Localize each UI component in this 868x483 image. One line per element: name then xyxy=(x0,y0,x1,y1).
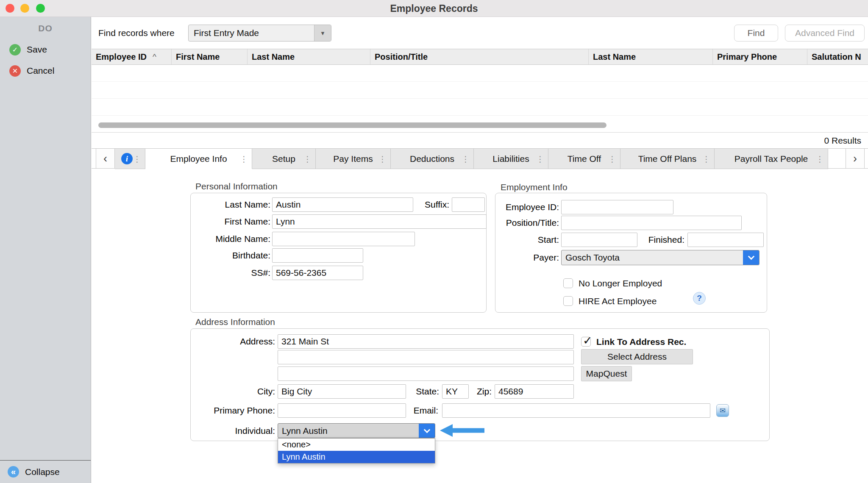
last-name-field[interactable]: Austin xyxy=(272,197,413,212)
ssn-field[interactable]: 569-56-2365 xyxy=(272,266,363,280)
email-label: Email: xyxy=(403,403,438,418)
tab-scroll-right-button[interactable]: › xyxy=(846,149,865,169)
advanced-find-button[interactable]: Advanced Find xyxy=(785,25,865,42)
tab-label: Time Off Plans xyxy=(638,154,697,164)
no-longer-employed-checkbox[interactable] xyxy=(563,278,573,288)
dropdown-option-lynn-austin[interactable]: Lynn Austin xyxy=(278,451,435,463)
tab-bar: ‹ i ⋮ Employee Info ⋮ Setup ⋮ Pay Items … xyxy=(92,148,868,169)
tab-menu-icon[interactable]: ⋮ xyxy=(240,154,248,164)
chevron-down-icon: ▼ xyxy=(320,30,326,36)
mapquest-button[interactable]: MapQuest xyxy=(581,366,632,381)
employee-info-panel: Personal Information Last Name: Austin S… xyxy=(92,169,868,483)
email-field[interactable] xyxy=(442,403,710,418)
find-criteria-dropdown[interactable]: First Entry Made ▼ xyxy=(188,25,331,42)
last-name-label: Last Name: xyxy=(191,197,270,212)
dropdown-option-none[interactable]: <none> xyxy=(278,439,435,451)
tab-menu-icon[interactable]: ⋮ xyxy=(303,154,312,164)
find-button[interactable]: Find xyxy=(734,25,778,42)
sidebar-header: DO xyxy=(0,17,91,39)
link-to-address-label: Link To Address Rec. xyxy=(596,336,686,347)
column-header-last-name-2[interactable]: Last Name xyxy=(589,49,713,64)
start-field[interactable] xyxy=(561,233,637,247)
individual-dropdown[interactable]: Lynn Austin xyxy=(278,423,435,438)
save-button[interactable]: ✓ Save xyxy=(0,39,91,60)
tab-menu-icon[interactable]: ⋮ xyxy=(462,154,470,164)
first-name-field[interactable]: Lynn xyxy=(272,214,487,229)
address-line2-field[interactable] xyxy=(278,350,574,364)
tab-liabilities[interactable]: Liabilities ⋮ xyxy=(474,149,548,169)
column-header-position-title[interactable]: Position/Title xyxy=(370,49,589,64)
column-label: First Name xyxy=(176,52,220,62)
zip-field[interactable]: 45689 xyxy=(495,384,574,399)
tab-menu-icon[interactable]: ⋮ xyxy=(378,154,387,164)
email-icon[interactable]: ✉ xyxy=(716,404,729,417)
individual-value: Lynn Austin xyxy=(278,424,419,438)
first-name-label: First Name: xyxy=(191,214,270,229)
birthdate-field[interactable] xyxy=(272,248,363,263)
employee-id-field[interactable] xyxy=(561,200,673,214)
address-line3-field[interactable] xyxy=(278,366,574,381)
column-header-employee-id[interactable]: Employee ID ^ xyxy=(92,49,172,64)
tab-pay-items[interactable]: Pay Items ⋮ xyxy=(316,149,391,169)
primary-phone-field[interactable] xyxy=(278,403,406,418)
column-label: Employee ID xyxy=(96,52,147,62)
select-address-button[interactable]: Select Address xyxy=(581,349,693,364)
tab-label: Setup xyxy=(272,154,295,164)
employee-id-label: Employee ID: xyxy=(495,200,559,214)
scrollbar-thumb[interactable] xyxy=(98,122,606,128)
middle-name-label: Middle Name: xyxy=(191,232,270,246)
tab-menu-icon[interactable]: ⋮ xyxy=(133,154,141,164)
suffix-field[interactable] xyxy=(452,197,485,212)
column-header-first-name[interactable]: First Name xyxy=(172,49,248,64)
middle-name-field[interactable] xyxy=(272,232,415,246)
tab-setup[interactable]: Setup ⋮ xyxy=(252,149,316,169)
link-to-address-checkbox[interactable]: ✓ xyxy=(581,337,591,347)
tab-deductions[interactable]: Deductions ⋮ xyxy=(391,149,474,169)
tab-record-info[interactable]: i ⋮ xyxy=(115,149,145,169)
check-circle-icon: ✓ xyxy=(9,44,21,56)
info-glyph: i xyxy=(126,154,128,164)
payer-dropdown[interactable]: Gosch Toyota xyxy=(561,250,760,265)
tab-menu-icon[interactable]: ⋮ xyxy=(702,154,710,164)
tab-menu-icon[interactable]: ⋮ xyxy=(608,154,616,164)
cancel-label: Cancel xyxy=(27,66,54,76)
chevron-right-icon: › xyxy=(853,152,857,165)
city-field[interactable]: Big City xyxy=(278,384,406,399)
chevron-down-icon xyxy=(423,426,430,433)
primary-phone-label: Primary Phone: xyxy=(191,403,275,418)
tab-label: Employee Info xyxy=(170,154,227,164)
position-title-field[interactable] xyxy=(561,216,742,230)
column-header-primary-phone[interactable]: Primary Phone xyxy=(713,49,807,64)
address-line1-field[interactable]: 321 Main St xyxy=(278,334,574,349)
find-bar: Find records where First Entry Made ▼ Fi… xyxy=(92,17,868,49)
finished-field[interactable] xyxy=(687,233,764,247)
envelope-glyph: ✉ xyxy=(720,406,726,415)
tab-label: Deductions xyxy=(410,154,454,164)
tab-menu-icon[interactable]: ⋮ xyxy=(536,154,544,164)
table-row xyxy=(92,99,868,116)
tab-menu-icon[interactable]: ⋮ xyxy=(816,154,824,164)
tab-time-off[interactable]: Time Off ⋮ xyxy=(548,149,620,169)
dropdown-arrow-box: ▼ xyxy=(314,25,331,41)
cancel-button[interactable]: ✕ Cancel xyxy=(0,60,91,81)
tab-payroll-tax-people[interactable]: Payroll Tax People ⋮ xyxy=(715,149,828,169)
individual-dropdown-button[interactable] xyxy=(419,424,435,438)
collapse-button[interactable]: « Collapse xyxy=(0,460,91,483)
tab-scroll-left-button[interactable]: ‹ xyxy=(96,149,115,169)
tab-label: Payroll Tax People xyxy=(734,154,808,164)
tab-time-off-plans[interactable]: Time Off Plans ⋮ xyxy=(620,149,715,169)
find-records-where-label: Find records where xyxy=(98,28,175,39)
help-icon[interactable]: ? xyxy=(693,292,706,305)
find-criteria-value: First Entry Made xyxy=(189,25,314,41)
column-header-last-name[interactable]: Last Name xyxy=(248,49,370,64)
payer-value: Gosch Toyota xyxy=(562,250,743,265)
personal-information-box: Last Name: Austin Suffix: First Name: Ly… xyxy=(190,193,487,313)
main-area: Find records where First Entry Made ▼ Fi… xyxy=(92,17,868,483)
column-header-salutation[interactable]: Salutation N xyxy=(807,49,868,64)
tab-label: Liabilities xyxy=(492,154,529,164)
position-title-label: Position/Title: xyxy=(495,216,559,230)
x-circle-icon: ✕ xyxy=(9,65,21,77)
tab-employee-info[interactable]: Employee Info ⋮ xyxy=(145,149,252,169)
hire-act-employee-checkbox[interactable] xyxy=(563,296,573,306)
payer-dropdown-button[interactable] xyxy=(743,250,759,265)
